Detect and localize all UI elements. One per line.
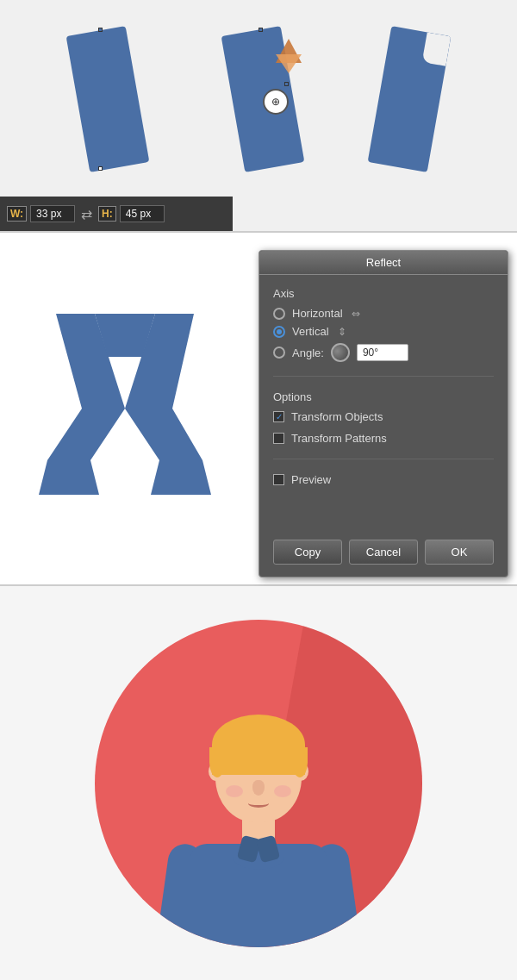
mouth	[248, 799, 269, 808]
divider-1	[273, 376, 494, 377]
options-label: Options	[273, 390, 494, 403]
hair-side-right	[292, 747, 308, 777]
anchor-point	[98, 28, 103, 32]
transform-objects-row: Transform Objects	[273, 410, 383, 423]
transform-patterns-checkbox[interactable]	[273, 433, 284, 444]
section-1-workspace: ⊕ W: 33 px ⇄ H: 45 px	[0, 0, 517, 233]
reflect-dialog: Reflect Axis Horizontal ⇔ Vertical ⇕	[258, 250, 508, 577]
horizontal-icon: ⇔	[352, 308, 360, 320]
canvas-area-2	[0, 233, 250, 584]
height-label: H:	[98, 206, 116, 222]
ok-button[interactable]: OK	[425, 540, 494, 565]
angle-row: Angle:	[273, 343, 494, 362]
nose	[252, 780, 265, 796]
section-2-reflect: Reflect Axis Horizontal ⇔ Vertical ⇕	[0, 233, 517, 586]
v-bottom-left	[39, 460, 99, 495]
hair	[212, 715, 305, 775]
vertical-label: Vertical	[292, 325, 329, 338]
horizontal-label: Horizontal	[292, 307, 343, 320]
width-label: W:	[7, 206, 27, 222]
v-shape-svg	[30, 305, 220, 512]
v-bottom-right	[151, 460, 211, 495]
preview-label: Preview	[291, 473, 331, 486]
options-section: Options Transform Objects Transform Patt…	[273, 390, 494, 445]
dialog-body: Axis Horizontal ⇔ Vertical ⇕ Angle:	[259, 275, 508, 531]
cheek-right	[274, 785, 291, 797]
angle-input[interactable]	[357, 344, 408, 361]
shape-right-container	[379, 30, 439, 168]
horizontal-radio[interactable]	[273, 308, 285, 320]
vertical-icon: ⇕	[338, 326, 346, 338]
angle-label: Angle:	[292, 346, 324, 359]
anchor-point	[284, 82, 289, 86]
cheek-left	[226, 785, 243, 797]
shape-left	[66, 26, 150, 172]
copy-button[interactable]: Copy	[273, 540, 342, 565]
avatar-body	[172, 835, 345, 947]
vertical-radio[interactable]	[273, 326, 285, 338]
dialog-title: Reflect	[259, 251, 508, 275]
transform-patterns-row: Transform Patterns	[273, 432, 387, 445]
avatar-head	[202, 715, 315, 840]
preview-checkbox[interactable]	[273, 474, 284, 485]
shape-middle-container: ⊕	[233, 30, 293, 168]
axis-label: Axis	[273, 287, 494, 300]
anchor-point	[98, 166, 103, 171]
angle-radio[interactable]	[273, 346, 285, 359]
axis-section: Axis Horizontal ⇔ Vertical ⇕ Angle:	[273, 287, 494, 362]
section-3-avatar	[0, 586, 517, 980]
cancel-button[interactable]: Cancel	[349, 540, 418, 565]
angle-dial[interactable]	[331, 343, 350, 362]
hair-side-left	[209, 747, 225, 777]
shape-right	[368, 26, 452, 172]
horizontal-radio-row[interactable]: Horizontal ⇔	[273, 307, 494, 320]
avatar-figure	[172, 715, 345, 947]
canvas-area-1: ⊕	[0, 0, 517, 198]
transform-objects-label: Transform Objects	[291, 410, 383, 423]
vertical-radio-row[interactable]: Vertical ⇕	[273, 325, 494, 338]
cursor-icon: ⊕	[263, 89, 289, 115]
preview-row: Preview	[273, 473, 494, 486]
transform-patterns-label: Transform Patterns	[291, 432, 387, 445]
link-icon: ⇄	[78, 206, 95, 222]
divider-2	[273, 459, 494, 459]
height-value: 45 px	[120, 205, 165, 222]
toolbar-1: W: 33 px ⇄ H: 45 px	[0, 197, 233, 231]
anchor-point	[258, 28, 263, 32]
transform-objects-checkbox[interactable]	[273, 411, 284, 422]
shirt	[190, 844, 327, 947]
avatar-circle	[95, 620, 422, 947]
dialog-footer: Copy Cancel OK	[259, 531, 508, 577]
width-value: 33 px	[30, 205, 75, 222]
